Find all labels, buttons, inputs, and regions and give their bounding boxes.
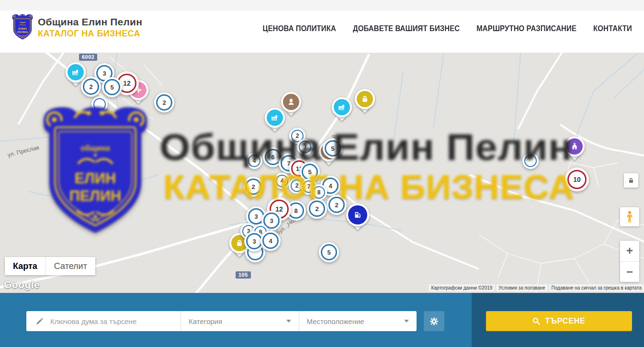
search-button[interactable]: ТЪРСЕНЕ — [486, 311, 632, 331]
nav-item-3[interactable]: КОНТАКТИ — [593, 23, 632, 33]
location-dropdown[interactable]: Местоположение — [299, 311, 417, 331]
shopping-bag-icon — [355, 89, 375, 109]
cluster-marker[interactable]: 5 — [323, 138, 343, 158]
keyword-field[interactable] — [26, 311, 181, 331]
cluster-count: 12 — [123, 79, 131, 87]
map-data-copyright: Картографски данни ©2019 — [429, 284, 495, 291]
search-fields: Категория Местоположение — [26, 311, 417, 331]
cluster-count: 4 — [281, 178, 284, 184]
category-dropdown-label: Категория — [189, 317, 222, 325]
site-subtitle: КАТАЛОГ НА БИЗНЕСА — [38, 29, 142, 39]
pin-dot — [566, 138, 583, 155]
cluster-marker[interactable]: 4 — [246, 153, 262, 169]
lock-icon — [628, 177, 634, 184]
map-type-satellite-button[interactable]: Сателит — [45, 257, 95, 275]
cluster-count: 5 — [327, 249, 330, 256]
cluster-count: 8 — [294, 207, 297, 214]
google-logo[interactable]: Google — [4, 279, 40, 291]
map-attribution-link[interactable]: Условия за ползване — [496, 284, 547, 291]
logo[interactable]: Община Елин Пелин КАТАЛОГ НА БИЗНЕСА — [11, 13, 142, 42]
cluster-count: 5 — [308, 168, 311, 176]
map-attribution-link[interactable]: Подаване на сигнал за грешка в картата — [549, 284, 644, 291]
pencil-icon — [35, 317, 44, 325]
cluster-count: 4 — [253, 157, 256, 164]
location-dropdown-label: Местоположение — [307, 317, 364, 325]
road-badge: 105 — [236, 271, 251, 279]
pegman-icon — [624, 211, 635, 223]
cluster-count: 2 — [296, 133, 299, 139]
search-bar: Категория Местоположение ТЪРС — [0, 293, 644, 347]
google-map[interactable]: ул. Преславбул. „Новоселций6002105 32125… — [0, 53, 644, 293]
cluster-count: 3 — [254, 213, 258, 220]
map-pin-shopping-bag[interactable] — [355, 89, 375, 109]
pin-dot — [68, 64, 84, 80]
nav-item-1[interactable]: ДОБАВЕТЕ ВАШИЯТ БИЗНЕС — [353, 23, 460, 33]
cluster-count: 10 — [573, 176, 581, 183]
cluster-count: 3 — [252, 238, 256, 245]
keyword-input[interactable] — [49, 317, 181, 326]
cluster-count: 2 — [295, 182, 299, 189]
site-header: Община Елин Пелин КАТАЛОГ НА БИЗНЕСА ЦЕН… — [0, 0, 644, 53]
map-type-control: Карта Сателит — [5, 257, 95, 275]
main-nav: ЦЕНОВА ПОЛИТИКАДОБАВЕТЕ ВАШИЯТ БИЗНЕСМАР… — [263, 24, 632, 32]
cluster-count: 4 — [328, 182, 332, 190]
cluster-count: 2 — [335, 201, 338, 209]
factory-icon — [332, 97, 352, 117]
cluster-count: 2 — [162, 99, 166, 106]
cluster-count: 3 — [270, 217, 273, 224]
cluster-count: 3 — [304, 144, 307, 150]
pin-dot — [267, 110, 283, 126]
cluster-marker[interactable]: 8 — [311, 184, 327, 201]
map-pin-factory[interactable] — [265, 108, 285, 128]
cluster-count: 2 — [315, 205, 318, 213]
map-pin-factory[interactable] — [66, 62, 86, 82]
cluster-count: 7 — [307, 183, 311, 190]
cluster-marker[interactable]: 2 — [243, 177, 263, 197]
nav-item-0[interactable]: ЦЕНОВА ПОЛИТИКА — [263, 23, 336, 33]
category-dropdown[interactable]: Категория — [181, 311, 299, 331]
factory-icon — [66, 62, 86, 82]
cluster-marker[interactable]: 2 — [327, 195, 347, 215]
cluster-count: 6 — [271, 154, 274, 161]
church-icon — [565, 136, 585, 157]
cluster-marker[interactable]: 3 — [297, 139, 313, 155]
map-pin-fuel-pump[interactable] — [346, 203, 369, 226]
search-button-label: ТЪРСЕНЕ — [545, 317, 585, 325]
map-pin-factory[interactable] — [332, 97, 352, 117]
advanced-search-button[interactable] — [424, 311, 444, 331]
cluster-count: 2 — [89, 83, 92, 90]
municipality-crest-icon — [11, 13, 34, 42]
map-attribution: Картографски данни ©2019Условия за ползв… — [429, 284, 644, 291]
cluster-marker[interactable]: 2 — [81, 77, 101, 97]
street-view-pegman-button[interactable] — [620, 207, 639, 226]
zoom-out-button[interactable]: − — [620, 262, 639, 282]
cluster-marker[interactable]: 5 — [319, 242, 339, 262]
site-title: Община Елин Пелин — [38, 16, 142, 28]
pin-dot — [357, 91, 373, 107]
chevron-down-icon — [404, 320, 409, 323]
nav-item-2[interactable]: МАРШРУТНО РАЗПИСАНИЕ — [476, 23, 576, 33]
map-pin-church[interactable] — [565, 136, 585, 157]
cluster-count: 3 — [102, 70, 106, 77]
chevron-down-icon — [286, 320, 291, 323]
map-type-map-button[interactable]: Карта — [5, 257, 45, 275]
factory-icon — [265, 108, 285, 128]
zoom-in-button[interactable]: + — [620, 241, 639, 262]
pin-dot — [348, 205, 367, 224]
cluster-count: 4 — [269, 237, 272, 245]
cluster-marker[interactable]: 10 — [565, 168, 589, 191]
road-badge: 6002 — [79, 54, 97, 61]
fuel-pump-icon — [346, 203, 369, 226]
cluster-marker[interactable]: 4 — [274, 173, 290, 189]
cluster-marker[interactable]: 4 — [260, 231, 281, 251]
cluster-marker[interactable] — [91, 96, 108, 112]
cluster-count: 8 — [317, 189, 321, 196]
cluster-marker[interactable] — [522, 153, 539, 169]
cluster-marker[interactable]: 2 — [154, 92, 174, 112]
map-lock-button[interactable] — [624, 173, 638, 188]
pin-dot — [334, 99, 350, 115]
cluster-marker[interactable]: 5 — [102, 77, 122, 97]
search-icon — [532, 317, 540, 325]
cluster-marker[interactable]: 2 — [307, 199, 327, 219]
cluster-count: 5 — [110, 84, 113, 91]
